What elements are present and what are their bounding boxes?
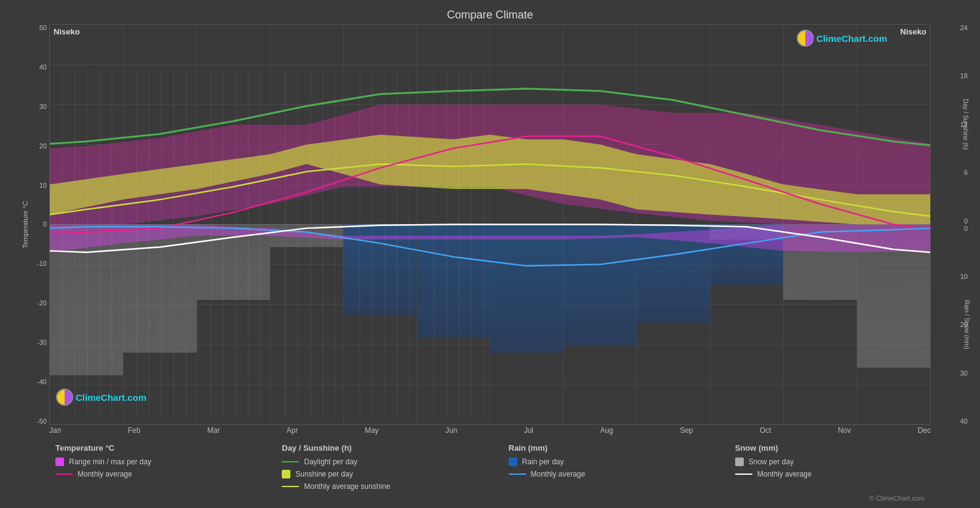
x-label-mar: Mar: [207, 426, 220, 435]
x-label-aug: Aug: [600, 426, 613, 435]
x-label-feb: Feb: [128, 426, 141, 435]
y-tick-50: 50: [18, 24, 47, 31]
chart-svg: [50, 25, 930, 424]
legend-item-temp-range: Range min / max per day: [55, 458, 282, 466]
y-axis-left-label: Temperature °C: [22, 201, 29, 248]
legend-line-daylight: [282, 461, 299, 462]
x-label-oct: Oct: [760, 426, 771, 435]
legend-item-temp-avg: Monthly average: [55, 470, 282, 478]
legend-item-sunshine: Sunshine per day: [282, 470, 508, 478]
x-label-jan: Jan: [49, 426, 61, 435]
legend-line-snow-avg: [735, 474, 752, 475]
legend-label-sunshine: Sunshine per day: [295, 470, 353, 478]
logo-text-bottom: ClimeChart.com: [76, 392, 146, 403]
legend-label-sunshine-avg: Monthly average sunshine: [304, 482, 390, 491]
legend-col-snow: Snow (mm) Snow per day Monthly average: [735, 443, 962, 491]
y-axis-right-label-bottom: Rain / Snow (mm): [963, 300, 970, 349]
x-label-dec: Dec: [918, 426, 931, 435]
legend-swatch-snow: [735, 458, 744, 466]
legend-line-rain-avg: [509, 474, 526, 475]
legend-item-daylight: Daylight per day: [282, 458, 508, 466]
legend-line-sunshine-avg: [282, 486, 299, 487]
y-tick-right-0mm: 0: [933, 225, 968, 232]
y-tick-n20: -20: [18, 299, 47, 307]
legend-area: Temperature °C Range min / max per day M…: [12, 438, 968, 493]
y-tick-right-0: 0: [933, 217, 968, 225]
copyright-text: © ClimeChart.com: [12, 494, 968, 502]
logo-icon-top: [797, 30, 814, 47]
legend-line-temp-avg: [55, 474, 73, 475]
legend-title-rain: Rain (mm): [509, 443, 735, 453]
location-label-right: Niseko: [900, 27, 926, 36]
svg-rect-31: [563, 225, 637, 345]
y-tick-right-40mm: 40: [933, 417, 968, 425]
x-label-jul: Jul: [524, 426, 533, 435]
x-label-jun: Jun: [445, 426, 457, 435]
svg-rect-30: [490, 225, 564, 353]
legend-item-snow-avg: Monthly average: [735, 470, 962, 478]
x-axis-wrapper: Jan Feb Mar Apr May Jun Jul Aug Sep Oct …: [49, 425, 931, 435]
legend-item-rain-avg: Monthly average: [509, 470, 735, 478]
y-tick-right-30mm: 30: [933, 369, 968, 377]
legend-label-rain-day: Rain per day: [522, 458, 564, 466]
legend-swatch-sunshine: [282, 470, 290, 478]
y-axis-right-label-top: Day / Sunshine (h): [962, 99, 969, 150]
logo-bottom-left: ClimeChart.com: [56, 389, 146, 406]
legend-label-temp-avg: Monthly average: [78, 470, 132, 478]
location-label-left: Niseko: [54, 27, 80, 36]
legend-title-temp: Temperature °C: [55, 443, 282, 453]
legend-label-snow-day: Snow per day: [749, 458, 794, 466]
x-label-nov: Nov: [838, 426, 851, 435]
y-tick-right-18: 18: [933, 72, 968, 79]
legend-item-rain-day: Rain per day: [509, 458, 735, 466]
logo-top-right: ClimeChart.com: [797, 30, 887, 47]
legend-title-snow: Snow (mm): [735, 443, 962, 453]
y-tick-20: 20: [18, 142, 47, 150]
y-tick-right-6: 6: [933, 169, 968, 176]
legend-swatch-rain: [509, 458, 517, 466]
y-tick-10: 10: [18, 182, 47, 189]
legend-item-snow-day: Snow per day: [735, 458, 962, 466]
x-axis-labels: Jan Feb Mar Apr May Jun Jul Aug Sep Oct …: [49, 425, 931, 435]
legend-swatch-temp-range: [55, 458, 64, 466]
y-tick-right-24: 24: [933, 24, 968, 31]
y-tick-n30: -30: [18, 339, 47, 346]
y-tick-30: 30: [18, 103, 47, 110]
y-tick-40: 40: [18, 63, 47, 71]
svg-rect-29: [417, 225, 491, 338]
y-tick-right-10mm: 10: [933, 273, 968, 280]
legend-col-temperature: Temperature °C Range min / max per day M…: [55, 443, 282, 491]
y-axis-right: 24 18 12 6 0 0 10 20 30 40: [931, 24, 968, 425]
legend-title-sunshine: Day / Sunshine (h): [282, 443, 508, 453]
y-axis-left: Temperature °C 50 40 30 20 10 0 -10 -20 …: [12, 24, 49, 425]
x-label-apr: Apr: [287, 426, 298, 435]
y-tick-n40: -40: [18, 378, 47, 385]
legend-item-sunshine-avg: Monthly average sunshine: [282, 482, 508, 491]
legend-label-daylight: Daylight per day: [304, 458, 357, 466]
y-tick-n10: -10: [18, 260, 47, 267]
chart-title: Compare Climate: [12, 6, 968, 22]
x-label-may: May: [365, 426, 379, 435]
logo-text-top: ClimeChart.com: [816, 33, 887, 44]
page-container: Compare Climate Temperature °C 50 40 30 …: [0, 0, 980, 508]
legend-label-snow-avg: Monthly average: [757, 470, 812, 478]
x-label-sep: Sep: [680, 426, 693, 435]
legend-label-temp-range: Range min / max per day: [69, 458, 151, 466]
chart-main: Niseko Niseko ClimeChart.com ClimeChart.…: [49, 24, 931, 425]
legend-col-sunshine: Day / Sunshine (h) Daylight per day Suns…: [282, 443, 508, 491]
chart-area-wrapper: Temperature °C 50 40 30 20 10 0 -10 -20 …: [12, 24, 968, 425]
legend-col-rain: Rain (mm) Rain per day Monthly average: [509, 443, 735, 491]
y-tick-n50: -50: [18, 417, 47, 425]
logo-icon-bottom: [56, 389, 73, 406]
legend-label-rain-avg: Monthly average: [531, 470, 586, 478]
